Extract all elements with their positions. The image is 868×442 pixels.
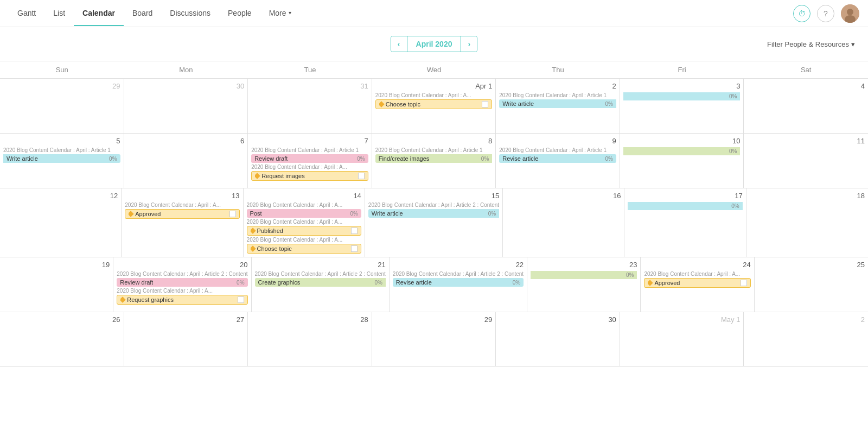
prev-month-button[interactable]: ‹	[391, 36, 407, 52]
day-cell-w2-d5[interactable]: 170%	[624, 188, 746, 257]
user-avatar[interactable]	[841, 4, 859, 23]
event-label: 2020 Blog Content Calendar : April : Art…	[368, 202, 499, 208]
event-bar[interactable]: 0%	[531, 271, 637, 279]
day-cell-w4-d5[interactable]: May 1	[620, 312, 744, 366]
day-cell-w2-d0[interactable]: 12	[0, 188, 122, 257]
event-bar[interactable]: Create graphics0%	[255, 278, 386, 287]
event-check-icon[interactable]	[741, 280, 747, 286]
event-progress-badge: 0%	[605, 101, 612, 107]
event-bar[interactable]: Write article0%	[368, 209, 499, 218]
week-row-1: 52020 Blog Content Calendar : April : Ar…	[0, 134, 868, 188]
event-bar[interactable]: Write article0%	[3, 154, 120, 163]
day-cell-w3-d1[interactable]: 202020 Blog Content Calendar : April : A…	[113, 257, 251, 312]
next-month-button[interactable]: ›	[461, 36, 477, 52]
day-number: 6	[127, 136, 245, 147]
day-cell-w2-d2[interactable]: 142020 Blog Content Calendar : April : A…	[244, 188, 365, 257]
day-cell-w3-d5[interactable]: 242020 Blog Content Calendar : April : A…	[641, 257, 754, 312]
event-bar-content: Approved	[129, 211, 161, 217]
day-cell-w4-d1[interactable]: 27	[124, 312, 248, 366]
event-bar-content: Write article	[372, 210, 403, 217]
event-bar[interactable]: Published	[247, 226, 361, 236]
event-bar[interactable]: Write article0%	[499, 99, 616, 108]
event-bar-content: Choose topic	[379, 101, 420, 108]
nav-discussions[interactable]: Discussions	[161, 1, 219, 26]
event-bar[interactable]: Request graphics	[117, 295, 247, 305]
day-cell-w0-d6[interactable]: 4	[744, 79, 868, 133]
day-cell-w2-d4[interactable]: 16	[503, 188, 624, 257]
nav-people[interactable]: People	[219, 1, 260, 26]
day-cell-w2-d1[interactable]: 132020 Blog Content Calendar : April : A…	[122, 188, 243, 257]
event-progress-badge: 0%	[731, 203, 739, 209]
day-cell-w2-d3[interactable]: 152020 Blog Content Calendar : April : A…	[365, 188, 503, 257]
event-bar-content: Revise article	[502, 155, 538, 162]
day-cell-w1-d5[interactable]: 100%	[620, 134, 744, 188]
event-bar[interactable]: Choose topic	[375, 99, 493, 109]
event-bar-content: Request graphics	[120, 296, 174, 303]
event-bar[interactable]: Review draft0%	[117, 278, 247, 287]
day-cell-w0-d2[interactable]: 31	[248, 79, 372, 133]
day-cell-w4-d3[interactable]: 29	[372, 312, 496, 366]
day-cell-w1-d3[interactable]: 82020 Blog Content Calendar : April : Ar…	[372, 134, 496, 188]
event-check-icon[interactable]	[351, 245, 358, 252]
event-bar[interactable]: Revise article0%	[499, 154, 616, 163]
day-cell-w1-d2[interactable]: 72020 Blog Content Calendar : April : Ar…	[248, 134, 372, 188]
event-progress-badge: 0%	[729, 148, 737, 154]
event-bar[interactable]: Approved	[644, 278, 750, 288]
diamond-icon	[255, 173, 260, 179]
nav-more[interactable]: More ▾	[260, 1, 300, 26]
day-cell-w1-d0[interactable]: 52020 Blog Content Calendar : April : Ar…	[0, 134, 124, 188]
event-check-icon[interactable]	[238, 296, 244, 303]
event-bar[interactable]: 0%	[623, 92, 741, 100]
day-cell-w1-d4[interactable]: 92020 Blog Content Calendar : April : Ar…	[496, 134, 620, 188]
day-cell-w4-d4[interactable]: 30	[496, 312, 620, 366]
week-row-2: 12132020 Blog Content Calendar : April :…	[0, 188, 868, 257]
event-bar[interactable]: 0%	[623, 147, 741, 155]
day-number: 25	[758, 260, 865, 271]
day-cell-w0-d4[interactable]: 22020 Blog Content Calendar : April : Ar…	[496, 79, 620, 133]
day-cell-w0-d0[interactable]: 29	[0, 79, 124, 133]
event-label: 2020 Blog Content Calendar : April : Art…	[499, 147, 616, 153]
clock-icon-btn[interactable]: ⏱	[793, 5, 810, 22]
filter-people-resources-button[interactable]: Filter People & Resources ▾	[767, 40, 855, 48]
event-check-icon[interactable]	[358, 173, 365, 179]
day-cell-w0-d1[interactable]: 30	[124, 79, 248, 133]
day-cell-w3-d6[interactable]: 25	[755, 257, 868, 312]
event-bar-content: Published	[251, 228, 283, 234]
header-thu: Thu	[496, 61, 620, 78]
event-bar[interactable]: Find/create images0%	[375, 154, 493, 163]
event-bar[interactable]: Post0%	[247, 209, 361, 218]
day-cell-w1-d1[interactable]: 6	[124, 134, 248, 188]
event-bar[interactable]: 0%	[628, 202, 742, 210]
day-cell-w0-d5[interactable]: 30%	[620, 79, 744, 133]
day-cell-w1-d6[interactable]: 11	[744, 134, 868, 188]
event-bar[interactable]: Approved	[125, 209, 239, 219]
event-check-icon[interactable]	[482, 101, 488, 108]
nav-board[interactable]: Board	[124, 1, 161, 26]
event-check-icon[interactable]	[229, 211, 236, 217]
day-cell-w3-d4[interactable]: 230%	[527, 257, 641, 312]
day-cell-w3-d2[interactable]: 212020 Blog Content Calendar : April : A…	[252, 257, 390, 312]
event-check-icon[interactable]	[351, 228, 358, 234]
day-cell-w4-d0[interactable]: 26	[0, 312, 124, 366]
day-cell-w3-d0[interactable]: 19	[0, 257, 113, 312]
day-cell-w0-d3[interactable]: Apr 12020 Blog Content Calendar : April …	[372, 79, 496, 133]
nav-list[interactable]: List	[44, 1, 74, 26]
day-number: 22	[393, 260, 524, 271]
event-label: 2020 Blog Content Calendar : April : A..…	[117, 288, 247, 294]
day-number: 20	[117, 260, 247, 271]
event-bar-content: Choose topic	[251, 245, 292, 252]
event-bar[interactable]: Review draft0%	[251, 154, 368, 163]
event-bar[interactable]: Choose topic	[247, 244, 361, 254]
day-cell-w4-d2[interactable]: 28	[248, 312, 372, 366]
help-icon-btn[interactable]: ?	[817, 5, 834, 22]
day-cell-w3-d3[interactable]: 222020 Blog Content Calendar : April : A…	[390, 257, 527, 312]
day-number: May 1	[623, 314, 741, 326]
event-bar[interactable]: Request images	[251, 171, 368, 181]
day-cell-w4-d6[interactable]: 2	[744, 312, 868, 366]
nav-gantt[interactable]: Gantt	[9, 1, 44, 26]
event-bar[interactable]: Revise article0%	[393, 278, 524, 287]
event-label: 2020 Blog Content Calendar : April : Art…	[375, 147, 493, 153]
nav-calendar[interactable]: Calendar	[74, 1, 124, 26]
day-number: 5	[3, 136, 120, 147]
day-cell-w2-d6[interactable]: 18	[746, 188, 868, 257]
